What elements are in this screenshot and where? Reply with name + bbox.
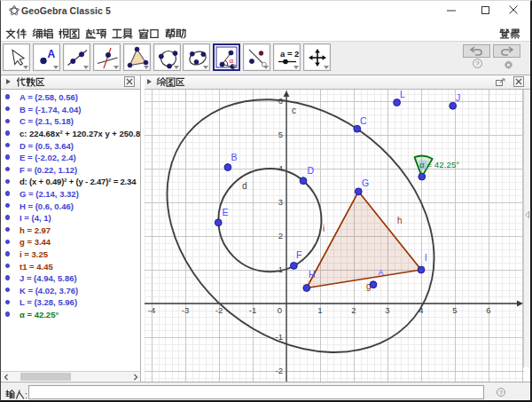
svg-text:D: D [308,165,315,176]
svg-text:h: h [397,216,403,225]
svg-text:B: B [231,152,238,162]
svg-text:a = 2: a = 2 [280,49,299,59]
svg-text:-2: -2 [276,366,283,375]
svg-text:c: c [292,106,296,115]
svg-text:α: α [230,57,234,65]
svg-text:F: F [296,249,301,260]
svg-text:4: 4 [278,163,283,173]
svg-text:0: 0 [278,305,282,315]
svg-text:5: 5 [278,130,283,139]
svg-text:-1: -1 [249,305,256,315]
svg-text:A: A [48,48,56,60]
svg-text:1: 1 [278,264,283,274]
svg-text:I: I [425,252,427,263]
svg-text:α = 42.25°: α = 42.25° [419,160,459,169]
svg-text:d: d [242,181,247,191]
svg-text:i: i [323,224,325,233]
svg-text:-2: -2 [215,305,223,315]
svg-text:-3: -3 [182,305,189,315]
svg-text:J: J [456,92,460,103]
svg-text:1: 1 [317,305,322,315]
svg-text:H: H [309,269,316,280]
svg-text:2: 2 [351,305,356,315]
svg-text:A: A [379,268,384,277]
svg-text:E: E [223,207,229,217]
svg-text:L: L [400,90,405,99]
svg-text:2: 2 [278,231,283,240]
svg-text:3: 3 [385,305,389,315]
svg-text:-4: -4 [148,305,155,315]
svg-text:6: 6 [486,305,490,315]
svg-text:G: G [362,177,369,188]
svg-text:C: C [360,115,367,126]
svg-text:5: 5 [452,305,457,315]
svg-text:3: 3 [278,197,283,207]
